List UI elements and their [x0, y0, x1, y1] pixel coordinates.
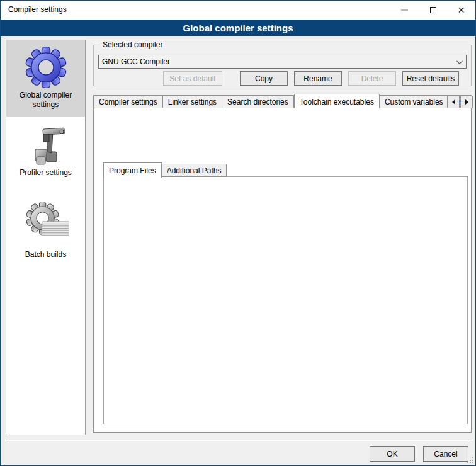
sidebar-item-label: Batch builds: [6, 250, 85, 259]
minimize-button[interactable]: [390, 1, 419, 20]
settings-category-list: Global compiler settings: [6, 40, 86, 435]
window-title: Compiler settings: [8, 5, 67, 14]
tab-linker-settings[interactable]: Linker settings: [163, 95, 222, 108]
group-legend: Selected compiler: [100, 40, 165, 49]
compiler-settings-dialog: Compiler settings ✕ Global compiler sett…: [0, 0, 476, 466]
sidebar-item-label: Profiler settings: [6, 168, 85, 178]
maximize-button[interactable]: [419, 1, 447, 20]
compiler-select-value: GNU GCC Compiler: [102, 57, 170, 66]
gray-gear-stack-icon: [6, 200, 85, 241]
tab-custom-variables[interactable]: Custom variables: [380, 95, 449, 108]
ok-button[interactable]: OK: [370, 446, 415, 462]
dialog-header: Global compiler settings: [1, 20, 475, 36]
tab-scroll-left-button[interactable]: [447, 96, 460, 108]
sidebar-item-batch-builds[interactable]: Batch builds: [6, 186, 85, 259]
sidebar-item-profiler-settings[interactable]: Profiler settings: [6, 116, 85, 186]
tab-search-directories[interactable]: Search directories: [222, 95, 294, 108]
page-title: Global compiler settings: [183, 23, 293, 33]
chevron-down-icon: [456, 58, 463, 64]
caliper-icon: [6, 124, 85, 168]
tab-program-files[interactable]: Program Files: [103, 162, 162, 178]
close-icon: ✕: [458, 6, 465, 14]
rename-button[interactable]: Rename: [294, 71, 342, 86]
compiler-select[interactable]: GNU GCC Compiler: [98, 55, 467, 69]
sidebar-item-label: Global compiler: [6, 91, 85, 100]
cancel-button[interactable]: Cancel: [423, 446, 468, 462]
blue-gear-icon: [6, 44, 85, 91]
close-button[interactable]: ✕: [447, 1, 475, 20]
titlebar[interactable]: Compiler settings ✕: [1, 1, 475, 20]
maximize-icon: [430, 7, 436, 13]
delete-button[interactable]: Delete: [348, 71, 396, 86]
reset-defaults-button[interactable]: Reset defaults: [402, 71, 459, 86]
program-files-page: [103, 176, 468, 424]
copy-button[interactable]: Copy: [240, 71, 288, 86]
tab-additional-paths[interactable]: Additional Paths: [162, 164, 227, 177]
set-as-default-button[interactable]: Set as default: [163, 71, 222, 86]
minimize-icon: [401, 9, 408, 11]
tab-compiler-settings[interactable]: Compiler settings: [93, 95, 163, 108]
resize-grip[interactable]: [467, 457, 473, 463]
footer-separator: [6, 440, 472, 441]
compiler-tabs: Compiler settings Linker settings Search…: [93, 93, 472, 108]
files-tabs: Program Files Additional Paths: [103, 162, 227, 177]
sidebar-item-global-compiler-settings[interactable]: Global compiler settings: [6, 40, 85, 116]
tab-toolchain-executables[interactable]: Toolchain executables: [294, 94, 380, 108]
arrow-right-icon: [465, 99, 468, 105]
sidebar-item-label: settings: [6, 100, 85, 110]
tab-scroll-right-button[interactable]: [460, 96, 473, 108]
arrow-left-icon: [452, 99, 455, 105]
